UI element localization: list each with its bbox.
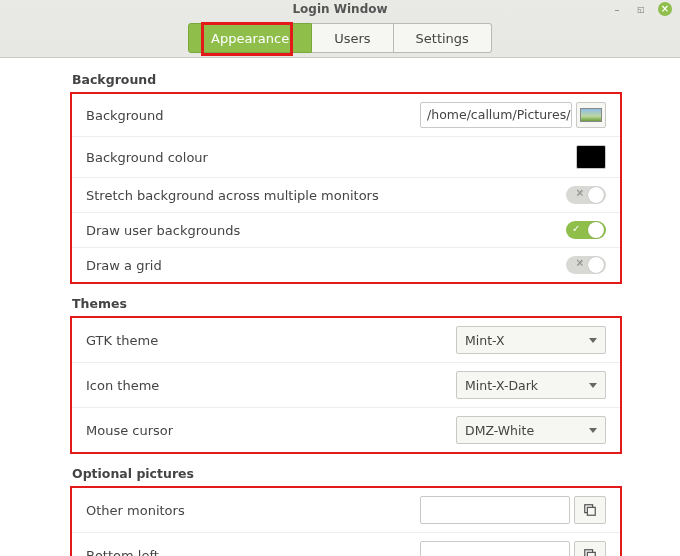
combo-icon-theme[interactable]: Mint-X-Dark <box>456 371 606 399</box>
combo-mouse-cursor-value: DMZ-White <box>465 423 589 438</box>
panel-themes: GTK theme Mint-X Icon theme Mint-X-Dark <box>70 316 622 454</box>
minimize-button[interactable]: – <box>610 2 624 16</box>
maximize-button[interactable]: ◱ <box>634 2 648 16</box>
toggle-draw-grid[interactable]: × <box>566 256 606 274</box>
browse-bottom-left-button[interactable] <box>574 541 606 556</box>
section-title-optional: Optional pictures <box>72 466 622 481</box>
svg-rect-1 <box>587 507 595 515</box>
toggle-stretch[interactable]: × <box>566 186 606 204</box>
section-optional-pictures: Optional pictures Other monitors <box>70 466 622 556</box>
row-bottom-left: Bottom left <box>72 532 620 556</box>
label-bottom-left: Bottom left <box>86 548 420 557</box>
section-title-background: Background <box>72 72 622 87</box>
label-gtk-theme: GTK theme <box>86 333 456 348</box>
label-background: Background <box>86 108 420 123</box>
background-path-entry[interactable]: /home/callum/Pictures/ca <box>420 102 572 128</box>
row-stretch: Stretch background across multiple monit… <box>72 177 620 212</box>
background-chooser-button[interactable] <box>576 102 606 128</box>
label-draw-user-bg: Draw user backgrounds <box>86 223 566 238</box>
combo-icon-theme-value: Mint-X-Dark <box>465 378 589 393</box>
label-mouse-cursor: Mouse cursor <box>86 423 456 438</box>
browse-icon <box>583 503 597 517</box>
row-draw-user-bg: Draw user backgrounds <box>72 212 620 247</box>
login-window-preferences: Login Window – ◱ × Appearance Users Sett… <box>0 0 680 556</box>
toggle-draw-user-bg[interactable] <box>566 221 606 239</box>
browse-icon <box>583 548 597 556</box>
row-gtk-theme: GTK theme Mint-X <box>72 318 620 362</box>
label-icon-theme: Icon theme <box>86 378 456 393</box>
entry-other-monitors[interactable] <box>420 496 570 524</box>
chevron-down-icon <box>589 383 597 388</box>
browse-other-monitors-button[interactable] <box>574 496 606 524</box>
close-button[interactable]: × <box>658 2 672 16</box>
window-controls: – ◱ × <box>610 2 672 16</box>
row-other-monitors: Other monitors <box>72 488 620 532</box>
row-background-colour: Background colour <box>72 136 620 177</box>
row-draw-grid: Draw a grid × <box>72 247 620 282</box>
row-mouse-cursor: Mouse cursor DMZ-White <box>72 407 620 452</box>
combo-gtk-theme[interactable]: Mint-X <box>456 326 606 354</box>
row-icon-theme: Icon theme Mint-X-Dark <box>72 362 620 407</box>
entry-bottom-left[interactable] <box>420 541 570 556</box>
background-colour-swatch[interactable] <box>576 145 606 169</box>
window-title: Login Window <box>0 0 680 22</box>
label-stretch: Stretch background across multiple monit… <box>86 188 566 203</box>
label-draw-grid: Draw a grid <box>86 258 566 273</box>
chevron-down-icon <box>589 338 597 343</box>
combo-gtk-theme-value: Mint-X <box>465 333 589 348</box>
svg-rect-3 <box>587 552 595 556</box>
wallpaper-thumbnail-icon <box>580 108 602 122</box>
label-background-colour: Background colour <box>86 150 576 165</box>
tab-bar: Appearance Users Settings <box>0 23 680 57</box>
tab-users[interactable]: Users <box>312 23 393 53</box>
header-bar: Login Window – ◱ × Appearance Users Sett… <box>0 0 680 58</box>
chevron-down-icon <box>589 428 597 433</box>
content-area: Background Background /home/callum/Pictu… <box>0 58 680 556</box>
combo-mouse-cursor[interactable]: DMZ-White <box>456 416 606 444</box>
tab-settings[interactable]: Settings <box>394 23 492 53</box>
section-title-themes: Themes <box>72 296 622 311</box>
section-background: Background Background /home/callum/Pictu… <box>70 72 622 284</box>
row-background: Background /home/callum/Pictures/ca <box>72 94 620 136</box>
panel-optional: Other monitors Bottom left <box>70 486 622 556</box>
section-themes: Themes GTK theme Mint-X Icon theme <box>70 296 622 454</box>
panel-background: Background /home/callum/Pictures/ca Back… <box>70 92 622 284</box>
label-other-monitors: Other monitors <box>86 503 420 518</box>
tab-appearance[interactable]: Appearance <box>188 23 312 53</box>
